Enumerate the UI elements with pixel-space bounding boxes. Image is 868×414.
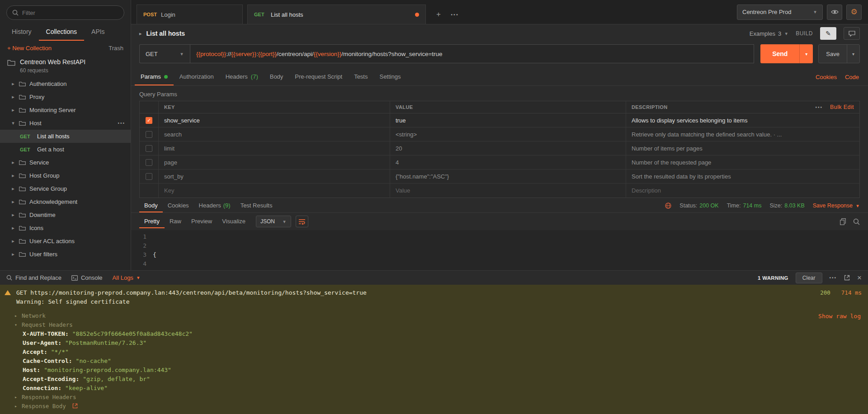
tab-collections[interactable]: Collections xyxy=(39,24,84,41)
view-tab-preview[interactable]: Preview xyxy=(186,215,217,228)
more-options-icon[interactable]: ••• xyxy=(118,121,125,126)
console-button[interactable]: Console xyxy=(71,274,103,281)
format-selector[interactable]: JSON ▾ xyxy=(256,216,291,227)
tab-settings[interactable]: Settings xyxy=(373,69,406,85)
checkbox-unchecked[interactable] xyxy=(146,131,152,138)
param-description[interactable]: Number of items per pages xyxy=(626,141,859,155)
view-tab-visualize[interactable]: Visualize xyxy=(217,215,250,228)
tab-params[interactable]: Params xyxy=(135,69,174,85)
sidebar-request-list-all-hosts[interactable]: GET List all hosts xyxy=(0,130,131,143)
console-options-icon[interactable]: ••• xyxy=(830,275,837,280)
log-section-request-headers[interactable]: ▾ Request Headers xyxy=(0,320,868,329)
response-tab-body[interactable]: Body xyxy=(139,199,163,212)
log-section-network[interactable]: ▸ Network xyxy=(0,311,868,320)
checkbox-unchecked[interactable] xyxy=(146,159,152,166)
tab-history[interactable]: History xyxy=(5,24,39,41)
code-link[interactable]: Code xyxy=(845,74,859,80)
view-tab-raw[interactable]: Raw xyxy=(165,215,186,228)
response-tab-headers[interactable]: Headers (9) xyxy=(194,199,236,212)
tab-apis[interactable]: APIs xyxy=(84,24,112,41)
param-description[interactable]: Number of the requested page xyxy=(626,155,859,169)
sidebar-folder-host[interactable]: ▾ Host ••• xyxy=(0,117,131,130)
view-tab-pretty[interactable]: Pretty xyxy=(139,215,165,228)
sidebar-folder-service-group[interactable]: ▸ Service Group xyxy=(0,182,131,195)
new-tab-button[interactable]: + xyxy=(430,5,447,24)
filter-input[interactable] xyxy=(22,9,118,16)
comments-button[interactable] xyxy=(844,27,860,40)
tab-pre-request-script[interactable]: Pre-request Script xyxy=(289,69,348,85)
sidebar-folder-authentication[interactable]: ▸ Authentication xyxy=(0,77,131,90)
param-value[interactable]: <string> xyxy=(390,127,626,141)
cookies-link[interactable]: Cookies xyxy=(816,74,837,80)
param-value-placeholder[interactable]: Value xyxy=(390,183,626,198)
environment-preview-button[interactable] xyxy=(827,5,842,20)
param-description[interactable]: Retrieve only data matching the defined … xyxy=(626,127,859,141)
find-and-replace-button[interactable]: Find and Replace xyxy=(6,274,61,281)
tab-body[interactable]: Body xyxy=(264,69,289,85)
sidebar-folder-monitoring-server[interactable]: ▸ Monitoring Server xyxy=(0,104,131,117)
show-raw-log-link[interactable]: Show raw log xyxy=(818,313,861,320)
open-external-icon[interactable] xyxy=(844,275,850,281)
param-description-placeholder[interactable]: Description xyxy=(626,183,859,198)
send-options-button[interactable]: ▾ xyxy=(799,44,813,63)
new-collection-button[interactable]: + New Collection xyxy=(7,45,52,52)
save-response-button[interactable]: Save Response ▾ xyxy=(813,202,860,209)
tab-authorization[interactable]: Authorization xyxy=(174,69,220,85)
param-value[interactable]: {"host.name":"ASC"} xyxy=(390,169,626,183)
checkbox-unchecked[interactable] xyxy=(146,145,152,152)
save-options-button[interactable]: ▾ xyxy=(847,45,859,63)
param-key[interactable]: show_service xyxy=(159,113,390,127)
param-key[interactable]: sort_by xyxy=(159,169,390,183)
param-description[interactable]: Sort the resulted data by its properties xyxy=(626,169,859,183)
sidebar-folder-service[interactable]: ▸ Service xyxy=(0,156,131,169)
method-selector[interactable]: GET ▾ xyxy=(139,44,190,63)
edit-request-button[interactable]: ✎ xyxy=(820,27,836,40)
clear-console-button[interactable]: Clear xyxy=(796,273,822,283)
response-body-viewer[interactable]: 1 2 3 4 { "result": [ { "id": 174, xyxy=(131,230,868,270)
sidebar-folder-user-acl-actions[interactable]: ▸ User ACL actions xyxy=(0,235,131,248)
url-input[interactable]: {{protocol}}://{{server}}:{{port}}/centr… xyxy=(190,44,754,63)
sidebar-folder-acknowledgement[interactable]: ▸ Acknowledgement xyxy=(0,195,131,208)
sidebar-folder-downtime[interactable]: ▸ Downtime xyxy=(0,208,131,221)
console-log-entry[interactable]: GET https://monitoring-preprod.company.l… xyxy=(0,288,868,297)
log-section-response-body[interactable]: ▸ Response Body xyxy=(0,401,868,410)
tab-headers[interactable]: Headers (7) xyxy=(220,69,264,85)
open-tab-list-all-hosts[interactable]: GET List all hosts xyxy=(247,5,426,24)
response-tab-cookies[interactable]: Cookies xyxy=(163,199,194,212)
tab-tests[interactable]: Tests xyxy=(348,69,373,85)
checkbox-unchecked[interactable] xyxy=(146,173,152,180)
param-value[interactable]: 20 xyxy=(390,141,626,155)
response-tab-test-results[interactable]: Test Results xyxy=(236,199,278,212)
tab-options-icon[interactable]: ••• xyxy=(447,5,463,24)
trash-button[interactable]: Trash xyxy=(108,45,123,52)
environment-settings-button[interactable]: ⚙ xyxy=(846,5,862,20)
network-icon[interactable] xyxy=(665,202,671,209)
log-filter-dropdown[interactable]: All Logs ▾ xyxy=(113,274,141,281)
sidebar-request-get-a-host[interactable]: GET Get a host xyxy=(0,143,131,156)
param-key[interactable]: limit xyxy=(159,141,390,155)
examples-dropdown[interactable]: Examples 3 ▾ xyxy=(750,30,788,37)
environment-selector[interactable]: Centreon Pre Prod ▾ xyxy=(737,5,823,20)
log-section-response-headers[interactable]: ▸ Response Headers xyxy=(0,392,868,401)
params-options-icon[interactable]: ••• xyxy=(816,105,823,110)
sidebar-folder-host-group[interactable]: ▸ Host Group xyxy=(0,169,131,182)
bulk-edit-link[interactable]: Bulk Edit xyxy=(830,104,854,110)
sidebar-folder-proxy[interactable]: ▸ Proxy xyxy=(0,90,131,104)
chevron-right-icon[interactable]: ▸ xyxy=(139,31,142,37)
open-tab-login[interactable]: POST Login xyxy=(137,5,243,24)
open-response-body-icon[interactable] xyxy=(72,403,78,409)
search-response-icon[interactable] xyxy=(853,218,860,225)
param-description[interactable]: Allows to display services belonging to … xyxy=(626,113,859,127)
param-value[interactable]: 4 xyxy=(390,155,626,169)
collection-root[interactable]: Centreon Web RestAPI 60 requests xyxy=(0,55,131,77)
filter-box[interactable] xyxy=(6,5,124,20)
copy-icon[interactable] xyxy=(840,218,846,225)
sidebar-folder-user-filters[interactable]: ▸ User filters xyxy=(0,248,131,261)
sidebar-folder-icons[interactable]: ▸ Icons xyxy=(0,221,131,235)
checkbox-checked[interactable] xyxy=(146,117,152,124)
param-key[interactable]: search xyxy=(159,127,390,141)
wrap-line-button[interactable] xyxy=(296,216,308,227)
param-value[interactable]: true xyxy=(390,113,626,127)
param-key[interactable]: page xyxy=(159,155,390,169)
send-button[interactable]: Send xyxy=(760,44,799,63)
